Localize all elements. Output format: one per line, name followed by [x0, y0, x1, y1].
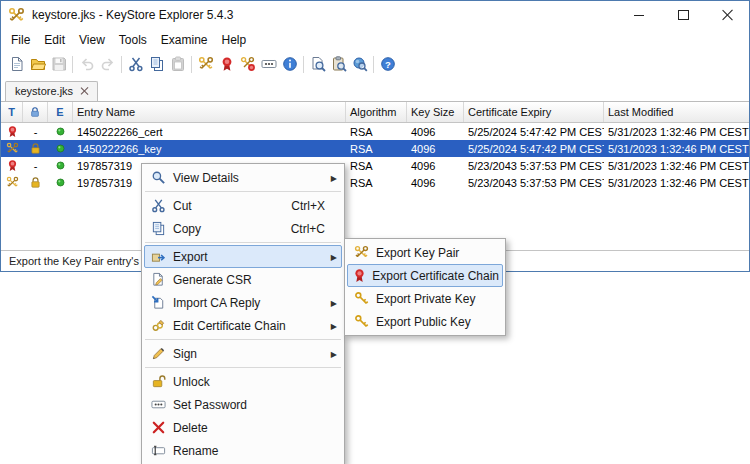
menu-separator	[145, 242, 341, 243]
key-size-header-label: Key Size	[411, 106, 454, 118]
certificate-expiry-header-label: Certificate Expiry	[468, 106, 551, 118]
export-submenu-item-export-certificate-chain[interactable]: Export Certificate Chain	[347, 264, 503, 287]
table-row-1450222266-cert[interactable]: -1450222266_certRSA40965/25/2024 5:47:42…	[1, 123, 749, 140]
detect-file-type-icon	[352, 56, 368, 72]
menubar-item-help[interactable]: Help	[215, 31, 254, 49]
context-menu-item-sign[interactable]: Sign▶	[144, 342, 342, 365]
expiry-status-cell	[48, 142, 73, 155]
context-menu-item-rename[interactable]: Rename	[144, 439, 342, 462]
column-header-algorithm[interactable]: Algorithm	[346, 102, 407, 122]
menu-item-label: Unlock	[173, 375, 210, 389]
menubar-item-file[interactable]: File	[4, 31, 37, 49]
cut-button[interactable]	[125, 52, 146, 76]
unlock-icon	[148, 374, 168, 389]
last-modified-cell: 5/31/2023 1:32:46 PM CEST	[604, 143, 749, 155]
column-header-key-size[interactable]: Key Size	[407, 102, 464, 122]
open-button[interactable]	[27, 52, 48, 76]
import-reply-icon	[148, 295, 168, 310]
table-row-197857319[interactable]: -197857319RSA40965/23/2043 5:37:53 PM CE…	[1, 157, 749, 174]
context-menu-item-import-ca-reply[interactable]: Import CA Reply▶	[144, 291, 342, 314]
redo-button[interactable]	[97, 52, 118, 76]
toolbar-separator	[121, 56, 122, 73]
examine-clipboard-button[interactable]	[328, 52, 349, 76]
context-menu-item-delete[interactable]: Delete	[144, 416, 342, 439]
examine-file-icon	[310, 56, 326, 72]
column-header-certificate-expiry[interactable]: Certificate Expiry	[464, 102, 604, 122]
menu-separator	[145, 191, 341, 192]
context-menu-item-cut[interactable]: CutCtrl+X	[144, 194, 342, 217]
menubar-item-edit[interactable]: Edit	[37, 31, 72, 49]
column-header-type[interactable]: T	[1, 102, 23, 122]
examine-file-button[interactable]	[307, 52, 328, 76]
expiry-status-cell	[48, 176, 73, 189]
table-header: T E Entry Name Algorithm Key Size Certif…	[1, 102, 749, 123]
status-ok-icon	[54, 125, 67, 138]
menubar-item-tools[interactable]: Tools	[112, 31, 154, 49]
column-header-expiry-status[interactable]: E	[48, 102, 73, 122]
cert-icon	[351, 268, 367, 283]
tab-keystore-jks[interactable]: keystore.jks	[5, 81, 98, 101]
key-pair-icon	[6, 142, 19, 155]
save-button[interactable]	[48, 52, 69, 76]
menu-item-label: Sign	[173, 347, 197, 361]
menubar-item-view[interactable]: View	[72, 31, 112, 49]
context-menu-item-export[interactable]: Export▶	[144, 245, 342, 268]
copy-button[interactable]	[146, 52, 167, 76]
menu-separator	[145, 339, 341, 340]
detect-file-type-button[interactable]	[349, 52, 370, 76]
close-icon	[721, 9, 733, 21]
copy-icon	[148, 221, 168, 236]
set-password-button[interactable]	[258, 52, 279, 76]
menu-separator	[145, 367, 341, 368]
context-menu-item-set-password[interactable]: Set Password	[144, 393, 342, 416]
table-body: -1450222266_certRSA40965/25/2024 5:47:42…	[1, 123, 749, 191]
close-button[interactable]	[705, 1, 749, 29]
cut-icon	[148, 198, 168, 213]
algorithm-cell: RSA	[346, 126, 407, 138]
menu-item-label: Cut	[173, 199, 192, 213]
export-submenu-item-export-public-key[interactable]: Export Public Key	[347, 310, 503, 333]
undo-button[interactable]	[76, 52, 97, 76]
tab-close-icon[interactable]	[80, 87, 88, 95]
generate-key-pair-button[interactable]	[195, 52, 216, 76]
last-modified-cell: 5/31/2023 1:32:46 PM CEST	[604, 160, 749, 172]
expiry-status-cell	[48, 125, 73, 138]
menubar-item-examine[interactable]: Examine	[154, 31, 215, 49]
set-password-icon	[261, 56, 277, 72]
svg-text:?: ?	[385, 59, 391, 70]
submenu-arrow-icon: ▶	[331, 349, 337, 358]
column-header-last-modified[interactable]: Last Modified	[604, 102, 749, 122]
context-menu-item-edit-certificate-chain[interactable]: Edit Certificate Chain▶	[144, 314, 342, 337]
context-menu-item-generate-csr[interactable]: Generate CSR	[144, 268, 342, 291]
context-menu-item-unlock[interactable]: Unlock	[144, 370, 342, 393]
lock-icon	[29, 176, 42, 189]
key-icon	[351, 314, 371, 329]
column-header-entry-name[interactable]: Entry Name	[73, 102, 346, 122]
sign-pen-icon	[148, 346, 168, 361]
menu-item-label: Export Public Key	[376, 315, 471, 329]
paste-button[interactable]	[167, 52, 188, 76]
help-button[interactable]: ?	[377, 52, 398, 76]
column-header-lock-status[interactable]	[23, 102, 48, 122]
maximize-icon	[678, 10, 689, 20]
new-button[interactable]	[6, 52, 27, 76]
certificate-expiry-cell: 5/25/2024 5:47:42 PM CEST	[464, 143, 604, 155]
import-key-pair-icon	[240, 56, 256, 72]
import-key-pair-button[interactable]	[237, 52, 258, 76]
export-submenu-item-export-private-key[interactable]: Export Private Key	[347, 287, 503, 310]
context-menu-item-copy[interactable]: CopyCtrl+C	[144, 217, 342, 240]
export-submenu-item-export-key-pair[interactable]: Export Key Pair	[347, 241, 503, 264]
tabbar: keystore.jks	[1, 78, 749, 102]
certificate-expiry-cell: 5/23/2043 5:37:53 PM CEST	[464, 160, 604, 172]
maximize-button[interactable]	[661, 1, 705, 29]
lock-status-cell	[23, 176, 48, 189]
table-row-1450222266-key[interactable]: 1450222266_keyRSA40965/25/2024 5:47:42 P…	[1, 140, 749, 157]
redo-icon	[100, 56, 116, 72]
import-trusted-certificate-button[interactable]	[216, 52, 237, 76]
properties-button[interactable]	[279, 52, 300, 76]
context-menu-item-view-details[interactable]: View Details▶	[144, 166, 342, 189]
csr-icon	[148, 272, 168, 287]
menu-item-shortcut: Ctrl+X	[291, 199, 338, 213]
minimize-button[interactable]	[617, 1, 661, 29]
table-row-197857319[interactable]: 197857319RSA40965/23/2043 5:37:53 PM CES…	[1, 174, 749, 191]
